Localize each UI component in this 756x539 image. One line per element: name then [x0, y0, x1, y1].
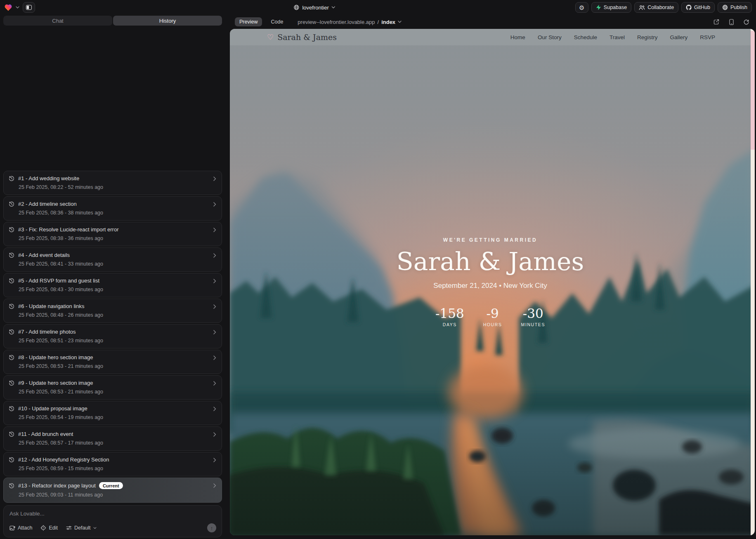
- history-item-title: #8 - Update hero section image: [18, 354, 93, 360]
- site-nav-link[interactable]: Schedule: [574, 34, 597, 40]
- collaborate-button[interactable]: Collaborate: [634, 2, 678, 13]
- history-clock-icon: [9, 304, 14, 309]
- prompt-composer[interactable]: Ask Lovable... Attach Edit Default: [3, 505, 222, 537]
- gear-icon: ⚙: [579, 5, 584, 11]
- countdown-value: -158: [435, 307, 464, 320]
- hero-title: Sarah & James: [230, 249, 751, 275]
- current-badge: Current: [99, 482, 123, 489]
- chevron-right-icon: [213, 177, 216, 181]
- chevron-right-icon: [213, 407, 216, 411]
- open-in-new-tab-button[interactable]: [713, 19, 719, 25]
- edit-target-icon: [40, 525, 46, 531]
- history-item[interactable]: #4 - Add event details 25 Feb 2025, 08:4…: [3, 247, 222, 272]
- website-preview[interactable]: ♡ Sarah & James Home Our Story Schedule …: [230, 29, 755, 535]
- workspace-chevron-down-icon[interactable]: [16, 6, 19, 9]
- preview-page-name: index: [381, 19, 395, 25]
- github-button[interactable]: GitHub: [681, 2, 715, 13]
- tab-code[interactable]: Code: [266, 17, 288, 26]
- site-nav-link[interactable]: Home: [510, 34, 525, 40]
- history-item-title: #2 - Add timeline section: [18, 201, 77, 207]
- countdown-label: HOURS: [483, 322, 502, 327]
- chevron-right-icon: [213, 228, 216, 232]
- history-clock-icon: [9, 483, 14, 489]
- publish-button[interactable]: Publish: [718, 2, 752, 13]
- send-arrow-icon: ↑: [210, 525, 213, 531]
- prompt-input[interactable]: Ask Lovable...: [9, 511, 216, 517]
- panel-left-icon: [26, 5, 32, 10]
- history-item-timestamp: 25 Feb 2025, 08:22 - 52 minutes ago: [19, 184, 217, 190]
- site-header: ♡ Sarah & James Home Our Story Schedule …: [230, 29, 755, 45]
- site-nav-link[interactable]: RSVP: [700, 34, 715, 40]
- sidebar-empty-space: [3, 26, 222, 171]
- site-nav-link[interactable]: Gallery: [670, 34, 687, 40]
- history-item-title: #3 - Fix: Resolve Lucide-react import er…: [18, 226, 118, 233]
- send-button[interactable]: ↑: [207, 523, 216, 532]
- tab-history[interactable]: History: [113, 16, 222, 26]
- site-brand[interactable]: ♡ Sarah & James: [267, 33, 337, 42]
- history-item-timestamp: 25 Feb 2025, 08:57 - 17 minutes ago: [19, 440, 217, 446]
- project-switcher[interactable]: lovefrontier: [293, 5, 335, 11]
- hero-eyebrow: WE'RE GETTING MARRIED: [230, 237, 751, 243]
- site-nav-link[interactable]: Our Story: [538, 34, 562, 40]
- history-item-timestamp: 25 Feb 2025, 08:54 - 19 minutes ago: [19, 414, 217, 420]
- preview-pane: Preview Code preview--lovefrontier.lovab…: [225, 15, 756, 539]
- attach-button[interactable]: Attach: [9, 525, 32, 531]
- history-item[interactable]: #10 - Update proposal image 25 Feb 2025,…: [3, 401, 222, 425]
- history-clock-icon: [9, 201, 14, 207]
- countdown-unit: -30 MINUTES: [521, 307, 545, 327]
- history-clock-icon: [9, 252, 14, 258]
- history-item[interactable]: #2 - Add timeline section 25 Feb 2025, 0…: [3, 196, 222, 221]
- site-brand-name: Sarah & James: [277, 33, 337, 42]
- history-clock-icon: [9, 457, 14, 463]
- tab-preview[interactable]: Preview: [235, 17, 262, 26]
- history-item[interactable]: #7 - Add timeline photos 25 Feb 2025, 08…: [3, 324, 222, 348]
- countdown-label: MINUTES: [521, 322, 545, 327]
- publish-globe-icon: [722, 5, 728, 10]
- hero-section: WE'RE GETTING MARRIED Sarah & James Sept…: [230, 237, 751, 327]
- site-scrollbar-track[interactable]: [751, 29, 755, 535]
- chevron-right-icon: [213, 458, 216, 462]
- history-clock-icon: [9, 431, 14, 437]
- mode-select[interactable]: Default: [66, 525, 97, 531]
- app-window: lovefrontier ⚙ Supabase Collaborate GitH…: [0, 0, 756, 539]
- mobile-view-button[interactable]: [729, 19, 734, 25]
- globe-icon: [293, 5, 299, 10]
- sidebar-toggle-button[interactable]: [23, 2, 35, 13]
- site-nav-link[interactable]: Registry: [637, 34, 658, 40]
- refresh-button[interactable]: [744, 19, 749, 25]
- history-item-title: #6 - Update navigation links: [18, 303, 84, 309]
- history-item-title: #12 - Add Honeyfund Registry Section: [18, 457, 109, 463]
- supabase-button[interactable]: Supabase: [591, 2, 631, 13]
- history-item-timestamp: 25 Feb 2025, 08:53 - 21 minutes ago: [19, 389, 217, 395]
- history-clock-icon: [9, 329, 14, 335]
- history-clock-icon: [9, 176, 14, 181]
- history-item[interactable]: #8 - Update hero section image 25 Feb 20…: [3, 350, 222, 374]
- top-bar: lovefrontier ⚙ Supabase Collaborate GitH…: [0, 0, 756, 15]
- countdown-unit: -158 DAYS: [435, 307, 464, 327]
- history-item[interactable]: #3 - Fix: Resolve Lucide-react import er…: [3, 222, 222, 246]
- project-name: lovefrontier: [302, 5, 328, 11]
- settings-button[interactable]: ⚙: [575, 2, 588, 13]
- site-nav-link[interactable]: Travel: [610, 34, 625, 40]
- history-clock-icon: [9, 355, 14, 360]
- history-item-timestamp: 25 Feb 2025, 08:38 - 36 minutes ago: [19, 235, 217, 241]
- countdown-unit: -9 HOURS: [483, 307, 502, 327]
- preview-url[interactable]: preview--lovefrontier.lovable.app / inde…: [298, 19, 402, 25]
- history-item-timestamp: 25 Feb 2025, 08:48 - 26 minutes ago: [19, 312, 217, 318]
- tab-chat[interactable]: Chat: [3, 16, 112, 26]
- history-item-title: #5 - Add RSVP form and guest list: [18, 278, 99, 284]
- history-item[interactable]: #11 - Add brunch event 25 Feb 2025, 08:5…: [3, 426, 222, 451]
- chevron-right-icon: [213, 202, 216, 207]
- history-item[interactable]: #1 - Add wedding website 25 Feb 2025, 08…: [3, 171, 222, 195]
- history-item[interactable]: #9 - Update hero section image 25 Feb 20…: [3, 375, 222, 400]
- history-item[interactable]: #6 - Update navigation links 25 Feb 2025…: [3, 299, 222, 323]
- history-item[interactable]: #5 - Add RSVP form and guest list 25 Feb…: [3, 273, 222, 297]
- history-item[interactable]: #13 - Refactor index page layout Current…: [3, 478, 222, 503]
- chevron-right-icon: [213, 253, 216, 258]
- history-item-timestamp: 25 Feb 2025, 08:51 - 23 minutes ago: [19, 338, 217, 344]
- site-scrollbar-thumb[interactable]: [751, 31, 755, 150]
- history-item[interactable]: #12 - Add Honeyfund Registry Section 25 …: [3, 452, 222, 476]
- chevron-right-icon: [213, 355, 216, 360]
- edit-mode-button[interactable]: Edit: [40, 525, 58, 531]
- lovable-logo-icon[interactable]: [4, 4, 12, 11]
